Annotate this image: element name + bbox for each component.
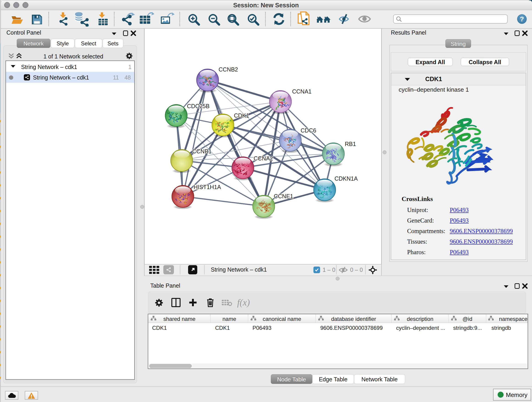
svg-text:CDKN1A: CDKN1A: [335, 175, 358, 182]
svg-text:CCNB1: CCNB1: [192, 148, 212, 154]
svg-text:CDC6: CDC6: [301, 127, 316, 134]
svg-text:CCNA2: CCNA2: [254, 155, 273, 162]
svg-text:CDK1: CDK1: [234, 112, 249, 119]
svg-text:CCNA1: CCNA1: [292, 88, 312, 95]
svg-text:CDC25B: CDC25B: [187, 103, 210, 109]
svg-text:RB1: RB1: [345, 141, 356, 147]
svg-text:CCNB2: CCNB2: [219, 66, 238, 73]
svg-text:HIST1H1A: HIST1H1A: [194, 184, 221, 190]
svg-text:CCNE1: CCNE1: [274, 193, 293, 199]
